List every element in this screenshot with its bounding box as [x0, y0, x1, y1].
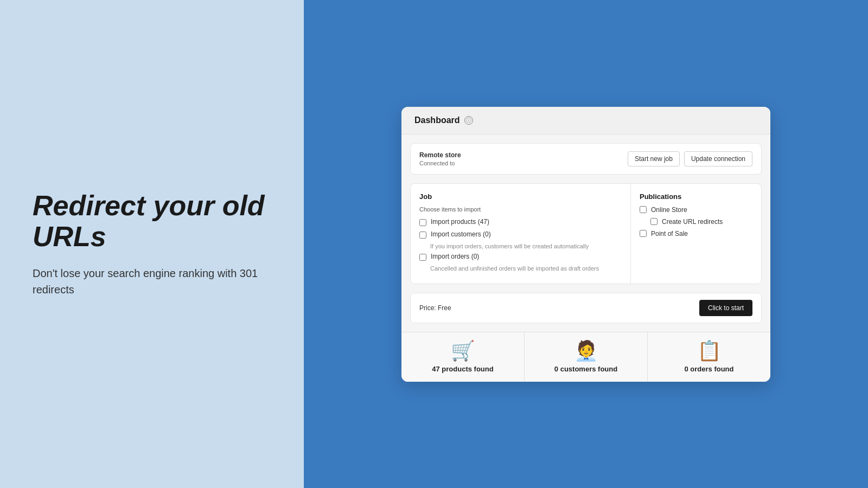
subtext: Don't lose your search engine ranking wi… [33, 265, 271, 298]
dashboard-title: Dashboard [414, 115, 460, 125]
remote-store-section: Remote store Connected to Start new job … [410, 143, 762, 175]
online-store-row: Online Store [640, 206, 752, 214]
stat-products: 🛒 47 products found [401, 332, 525, 382]
url-redirects-checkbox[interactable] [650, 218, 658, 225]
dashboard-card: Dashboard ⓘ Remote store Connected to St… [401, 107, 770, 382]
start-new-job-button[interactable]: Start new job [628, 151, 680, 166]
job-panel: Job Choose items to import Import produc… [411, 184, 631, 284]
customers-found-label: 0 customers found [554, 365, 617, 373]
remote-store-label: Remote store [419, 151, 461, 159]
import-orders-hint: Cancelled and unfinished orders will be … [430, 265, 622, 272]
import-customers-checkbox[interactable] [419, 232, 426, 239]
job-publications-section: Job Choose items to import Import produc… [410, 183, 762, 284]
stats-section: 🛒 47 products found 🧑‍💼 0 customers foun… [401, 332, 770, 382]
point-of-sale-label[interactable]: Point of Sale [651, 230, 688, 237]
point-of-sale-row: Point of Sale [640, 230, 752, 237]
import-orders-label[interactable]: Import orders (0) [431, 253, 479, 260]
click-to-start-button[interactable]: Click to start [699, 300, 752, 316]
stat-orders: 📋 0 orders found [648, 332, 770, 382]
import-products-row: Import products (47) [419, 218, 622, 226]
orders-icon: 📋 [697, 341, 722, 361]
import-products-checkbox[interactable] [419, 219, 426, 226]
remote-store-buttons: Start new job Update connection [628, 151, 752, 166]
import-products-label[interactable]: Import products (47) [431, 218, 489, 226]
job-title: Job [419, 192, 622, 201]
import-orders-checkbox[interactable] [419, 254, 426, 261]
url-redirects-row: Create URL redirects [650, 218, 752, 226]
stat-customers: 🧑‍💼 0 customers found [525, 332, 648, 382]
import-customers-row: Import customers (0) [419, 230, 622, 239]
point-of-sale-checkbox[interactable] [640, 230, 647, 237]
import-customers-label[interactable]: Import customers (0) [431, 230, 491, 238]
online-store-checkbox[interactable] [640, 206, 647, 213]
customers-icon: 🧑‍💼 [574, 341, 598, 361]
publications-panel: Publications Online Store Create URL red… [631, 184, 761, 284]
price-label: Price: Free [419, 304, 451, 312]
price-cta-row: Price: Free Click to start [410, 293, 762, 323]
dashboard-header: Dashboard ⓘ [401, 107, 770, 134]
import-customers-hint: If you import orders, customers will be … [430, 243, 622, 249]
products-icon: 🛒 [451, 341, 475, 361]
left-panel: Redirect your old URLs Don't lose your s… [0, 0, 304, 488]
update-connection-button[interactable]: Update connection [684, 151, 752, 166]
orders-found-label: 0 orders found [684, 365, 733, 373]
import-orders-row: Import orders (0) [419, 253, 622, 261]
headline: Redirect your old URLs [33, 190, 271, 252]
url-redirects-label[interactable]: Create URL redirects [662, 218, 723, 226]
remote-store-value: Connected to [419, 160, 461, 166]
info-icon[interactable]: ⓘ [464, 116, 473, 125]
products-found-label: 47 products found [432, 365, 493, 373]
online-store-label[interactable]: Online Store [651, 206, 687, 214]
job-subtitle: Choose items to import [419, 206, 622, 213]
right-panel: Dashboard ⓘ Remote store Connected to St… [304, 0, 868, 488]
publications-title: Publications [640, 192, 752, 201]
